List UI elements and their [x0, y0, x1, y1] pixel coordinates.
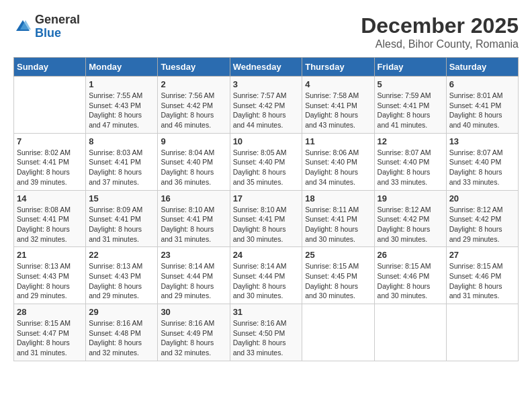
sunset-text: Sunset: 4:43 PM — [17, 272, 69, 280]
daylight-text: Daylight: 8 hours and 39 minutes. — [17, 168, 70, 186]
calendar-table: SundayMondayTuesdayWednesdayThursdayFrid… — [13, 57, 519, 361]
daylight-text: Daylight: 8 hours and 32 minutes. — [17, 225, 70, 243]
daylight-text: Daylight: 8 hours and 29 minutes. — [89, 282, 142, 300]
calendar-cell: 21Sunrise: 8:13 AMSunset: 4:43 PMDayligh… — [14, 247, 86, 304]
calendar-cell: 14Sunrise: 8:08 AMSunset: 4:41 PMDayligh… — [14, 190, 86, 247]
calendar-cell: 5Sunrise: 7:59 AMSunset: 4:41 PMDaylight… — [374, 77, 446, 134]
calendar-week-1: 1Sunrise: 7:55 AMSunset: 4:43 PMDaylight… — [14, 77, 519, 134]
sunset-text: Sunset: 4:41 PM — [17, 215, 69, 223]
day-info: Sunrise: 8:15 AMSunset: 4:46 PMDaylight:… — [449, 261, 515, 301]
sunrise-text: Sunrise: 7:55 AM — [89, 91, 142, 99]
sunset-text: Sunset: 4:44 PM — [161, 272, 213, 280]
day-info: Sunrise: 8:14 AMSunset: 4:44 PMDaylight:… — [161, 261, 226, 301]
calendar-cell: 12Sunrise: 8:07 AMSunset: 4:40 PMDayligh… — [374, 133, 446, 190]
day-info: Sunrise: 8:16 AMSunset: 4:48 PMDaylight:… — [89, 318, 154, 358]
calendar-cell: 8Sunrise: 8:03 AMSunset: 4:41 PMDaylight… — [86, 133, 158, 190]
daylight-text: Daylight: 8 hours and 41 minutes. — [378, 111, 431, 129]
sunrise-text: Sunrise: 8:16 AM — [161, 319, 214, 327]
day-number: 11 — [305, 136, 371, 146]
sunset-text: Sunset: 4:41 PM — [233, 215, 285, 223]
sunset-text: Sunset: 4:42 PM — [449, 215, 502, 223]
day-number: 20 — [449, 193, 515, 203]
day-info: Sunrise: 7:58 AMSunset: 4:41 PMDaylight:… — [305, 91, 371, 130]
day-number: 9 — [161, 136, 226, 146]
calendar-cell: 30Sunrise: 8:16 AMSunset: 4:49 PMDayligh… — [158, 304, 230, 361]
day-number: 18 — [305, 193, 371, 203]
sunrise-text: Sunrise: 8:09 AM — [89, 205, 142, 214]
day-info: Sunrise: 8:11 AMSunset: 4:41 PMDaylight:… — [305, 205, 371, 244]
calendar-cell: 20Sunrise: 8:12 AMSunset: 4:42 PMDayligh… — [446, 190, 518, 247]
logo-icon — [13, 17, 32, 36]
day-number: 17 — [233, 193, 300, 203]
calendar-cell: 18Sunrise: 8:11 AMSunset: 4:41 PMDayligh… — [302, 190, 374, 247]
sunrise-text: Sunrise: 8:03 AM — [89, 148, 142, 156]
sunrise-text: Sunrise: 8:14 AM — [161, 262, 214, 270]
sunset-text: Sunset: 4:40 PM — [161, 158, 213, 166]
weekday-header-monday: Monday — [86, 58, 158, 77]
day-info: Sunrise: 8:14 AMSunset: 4:44 PMDaylight:… — [233, 261, 300, 301]
day-number: 16 — [161, 193, 226, 203]
sunrise-text: Sunrise: 8:16 AM — [89, 319, 142, 327]
sunrise-text: Sunrise: 8:01 AM — [449, 91, 503, 99]
day-info: Sunrise: 8:08 AMSunset: 4:41 PMDaylight:… — [17, 205, 83, 244]
daylight-text: Daylight: 8 hours and 33 minutes. — [449, 168, 502, 186]
day-info: Sunrise: 7:57 AMSunset: 4:42 PMDaylight:… — [233, 91, 300, 130]
calendar-cell: 1Sunrise: 7:55 AMSunset: 4:43 PMDaylight… — [86, 77, 158, 134]
sunrise-text: Sunrise: 7:57 AM — [233, 91, 287, 99]
day-number: 6 — [449, 79, 515, 89]
calendar-cell: 15Sunrise: 8:09 AMSunset: 4:41 PMDayligh… — [86, 190, 158, 247]
sunset-text: Sunset: 4:44 PM — [233, 272, 285, 280]
daylight-text: Daylight: 8 hours and 29 minutes. — [449, 225, 502, 243]
day-number: 28 — [17, 307, 83, 317]
day-number: 19 — [378, 193, 443, 203]
calendar-subtitle: Alesd, Bihor County, Romania — [361, 38, 519, 50]
sunset-text: Sunset: 4:43 PM — [89, 101, 141, 109]
sunrise-text: Sunrise: 8:15 AM — [17, 319, 71, 327]
day-info: Sunrise: 7:56 AMSunset: 4:42 PMDaylight:… — [161, 91, 226, 130]
calendar-cell: 27Sunrise: 8:15 AMSunset: 4:46 PMDayligh… — [446, 247, 518, 304]
calendar-cell: 6Sunrise: 8:01 AMSunset: 4:41 PMDaylight… — [446, 77, 518, 134]
sunrise-text: Sunrise: 7:59 AM — [378, 91, 431, 99]
sunrise-text: Sunrise: 8:10 AM — [233, 205, 287, 214]
page-header: General Blue December 2025 Alesd, Bihor … — [13, 13, 519, 50]
sunrise-text: Sunrise: 8:11 AM — [305, 205, 359, 214]
sunrise-text: Sunrise: 7:56 AM — [161, 91, 214, 99]
day-info: Sunrise: 8:15 AMSunset: 4:47 PMDaylight:… — [17, 318, 83, 358]
day-number: 5 — [378, 79, 443, 89]
day-info: Sunrise: 8:12 AMSunset: 4:42 PMDaylight:… — [449, 205, 515, 244]
calendar-cell: 11Sunrise: 8:06 AMSunset: 4:40 PMDayligh… — [302, 133, 374, 190]
sunrise-text: Sunrise: 8:13 AM — [89, 262, 142, 270]
day-number: 3 — [233, 79, 300, 89]
day-number: 15 — [89, 193, 154, 203]
daylight-text: Daylight: 8 hours and 30 minutes. — [305, 225, 358, 243]
daylight-text: Daylight: 8 hours and 30 minutes. — [378, 225, 431, 243]
sunrise-text: Sunrise: 8:02 AM — [17, 148, 71, 156]
sunrise-text: Sunrise: 8:07 AM — [449, 148, 503, 156]
calendar-week-5: 28Sunrise: 8:15 AMSunset: 4:47 PMDayligh… — [14, 304, 519, 361]
day-info: Sunrise: 8:15 AMSunset: 4:46 PMDaylight:… — [378, 261, 443, 301]
calendar-cell: 13Sunrise: 8:07 AMSunset: 4:40 PMDayligh… — [446, 133, 518, 190]
day-info: Sunrise: 8:02 AMSunset: 4:41 PMDaylight:… — [17, 148, 83, 187]
calendar-body: 1Sunrise: 7:55 AMSunset: 4:43 PMDaylight… — [14, 77, 519, 361]
daylight-text: Daylight: 8 hours and 31 minutes. — [161, 225, 214, 243]
daylight-text: Daylight: 8 hours and 47 minutes. — [89, 111, 142, 129]
day-number: 2 — [161, 79, 226, 89]
day-info: Sunrise: 8:07 AMSunset: 4:40 PMDaylight:… — [378, 148, 443, 187]
daylight-text: Daylight: 8 hours and 34 minutes. — [305, 168, 358, 186]
sunset-text: Sunset: 4:48 PM — [89, 329, 141, 337]
calendar-cell: 7Sunrise: 8:02 AMSunset: 4:41 PMDaylight… — [14, 133, 86, 190]
day-info: Sunrise: 8:06 AMSunset: 4:40 PMDaylight:… — [305, 148, 371, 187]
calendar-cell: 26Sunrise: 8:15 AMSunset: 4:46 PMDayligh… — [374, 247, 446, 304]
daylight-text: Daylight: 8 hours and 32 minutes. — [161, 338, 214, 357]
daylight-text: Daylight: 8 hours and 46 minutes. — [161, 111, 214, 129]
calendar-cell: 31Sunrise: 8:16 AMSunset: 4:50 PMDayligh… — [230, 304, 302, 361]
sunrise-text: Sunrise: 7:58 AM — [305, 91, 359, 99]
sunrise-text: Sunrise: 8:13 AM — [17, 262, 71, 270]
daylight-text: Daylight: 8 hours and 35 minutes. — [233, 168, 286, 186]
daylight-text: Daylight: 8 hours and 31 minutes. — [449, 282, 502, 300]
sunset-text: Sunset: 4:45 PM — [305, 272, 357, 280]
calendar-header: SundayMondayTuesdayWednesdayThursdayFrid… — [14, 58, 519, 77]
day-number: 23 — [161, 250, 226, 260]
daylight-text: Daylight: 8 hours and 33 minutes. — [378, 168, 431, 186]
sunset-text: Sunset: 4:42 PM — [233, 101, 285, 109]
